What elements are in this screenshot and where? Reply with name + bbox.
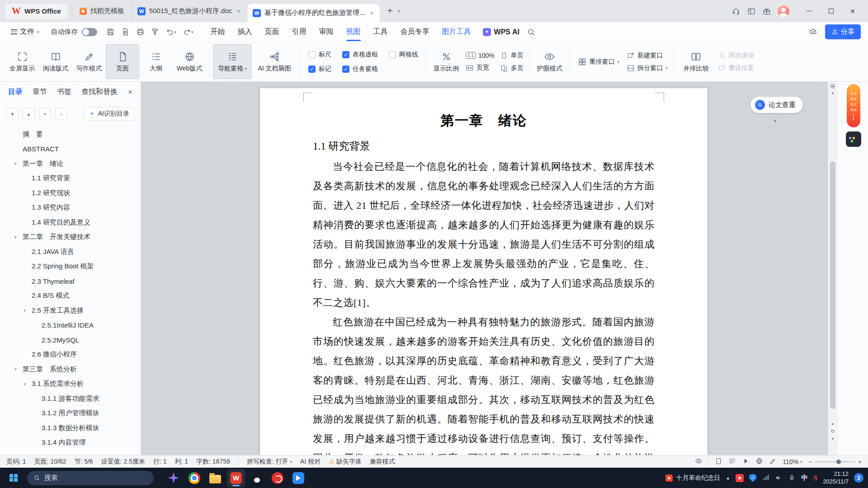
multi-page-button[interactable]: 多页 — [500, 64, 524, 72]
zoom-slider-knob[interactable] — [836, 460, 841, 464]
document-area[interactable]: 第一章 绪论 1.1 研究背景 当今社会已经是一个信息化的社会，随着计算机网络技… — [141, 82, 837, 455]
ribbon-checkbox-1[interactable]: ✓表格虚框 — [342, 51, 378, 59]
calendar-holiday-widget[interactable]: 十月革命纪念日 — [665, 474, 720, 482]
toc-item[interactable]: 1.1 研究背景 — [0, 171, 141, 186]
toc-item[interactable]: 3.1.2 用户管理模块 — [0, 406, 141, 421]
outline-view-icon[interactable] — [728, 457, 736, 466]
toc-item[interactable]: 3.1.4 内容管理 — [0, 436, 141, 450]
zoom-out-toc-button[interactable]: − — [55, 108, 67, 120]
wps-app[interactable]: W — [227, 469, 245, 487]
ribbon-checkbox-0[interactable]: 标尺 — [308, 51, 331, 59]
page-view-button[interactable]: 页面 — [106, 44, 139, 79]
autosave-control[interactable]: 自动保存 — [51, 28, 97, 36]
toc-item[interactable]: ABSTRACT — [0, 142, 141, 157]
toc-item[interactable]: 2.1 JAVA 语言 — [0, 244, 141, 259]
split-window-button[interactable]: 拆分窗口 ▾ — [627, 64, 668, 72]
file-menu-button[interactable]: 文件 ▾ — [7, 27, 43, 37]
maximize-button[interactable] — [820, 2, 842, 20]
missing-font-warning[interactable]: ⚠ 缺失字体 — [329, 458, 362, 466]
next-page-icon[interactable]: ▾ — [828, 434, 837, 443]
document-tab-active[interactable]: W 基于微信小程序的红色旅游管理... × — [247, 4, 380, 22]
toc-item[interactable]: 1.4 研究目的及意义 — [0, 215, 141, 230]
search-icon[interactable] — [525, 26, 538, 38]
menu-item-4[interactable]: 审阅 — [313, 22, 340, 42]
ai-recognize-toc-button[interactable]: AI识别目录 — [84, 107, 134, 121]
sidebar-tab-3[interactable]: 查找和替换 — [81, 87, 118, 97]
tray-expand-icon[interactable]: ▲ — [726, 475, 730, 480]
zoom-100-button[interactable]: 1:1 100% — [466, 52, 495, 59]
assistant-icon[interactable] — [731, 7, 741, 16]
print-preview-icon[interactable] — [119, 26, 132, 38]
autosave-toggle[interactable] — [82, 28, 97, 36]
side-by-side-button[interactable]: 并排比较 — [677, 44, 715, 79]
zoom-in-icon[interactable]: + — [858, 458, 862, 465]
toc-item[interactable]: ▾第二章 开发关键技术 — [0, 230, 141, 245]
window-layout-icon[interactable] — [747, 7, 756, 16]
zoom-ratio-button[interactable]: 显示比例 — [429, 44, 463, 79]
play-presentation-icon[interactable] — [742, 457, 750, 466]
toc-expand-icon[interactable]: ▾ — [24, 308, 32, 313]
toc-item[interactable]: 3.1.3 数据分析模块 — [0, 421, 141, 436]
toc-item[interactable]: 2.3 Thymeleaf — [0, 274, 141, 289]
user-avatar[interactable] — [778, 5, 789, 17]
toc-item[interactable]: 2.2 Spring Boot 框架 — [0, 259, 141, 274]
toc-item[interactable]: ▾2.5 开发工具选择 — [0, 303, 141, 318]
expand-all-button[interactable]: ▴ — [23, 108, 35, 120]
single-page-button[interactable]: 单页 — [500, 52, 524, 60]
volume-icon[interactable] — [775, 474, 783, 482]
chrome-app[interactable] — [185, 469, 203, 487]
toc-item[interactable]: 1.2 研究现状 — [0, 186, 141, 201]
status-field-1[interactable]: 页面: 10/62 — [34, 458, 66, 466]
status-field-4[interactable]: 行: 1 — [153, 458, 167, 466]
gift-icon[interactable] — [762, 7, 771, 16]
undo-icon[interactable]: ▾ — [164, 26, 179, 38]
zoom-in-toc-button[interactable]: + — [39, 108, 51, 120]
rearrange-window-button[interactable]: 重排窗口 ▾ — [573, 44, 624, 79]
close-tab-icon[interactable]: × — [369, 9, 375, 17]
format-painter-icon[interactable] — [149, 26, 161, 38]
collapse-panel-icon[interactable]: ▾ — [774, 118, 777, 124]
new-window-button[interactable]: 新建窗口 — [627, 52, 668, 60]
ai-assistant-app[interactable] — [165, 469, 183, 487]
menu-item-3[interactable]: 引用 — [286, 22, 313, 42]
zoom-slider-track[interactable] — [815, 461, 855, 462]
eye-protection-button[interactable]: 护眼模式 — [533, 44, 566, 79]
wps-home-tab[interactable]: W WPS Office — [5, 4, 67, 19]
toc-item[interactable]: 2.5.1IntelliJ IDEA — [0, 318, 141, 333]
red-app[interactable] — [269, 469, 287, 487]
menu-item-6[interactable]: 工具 — [367, 22, 394, 42]
ribbon-checkbox-4[interactable]: ✓任务窗格 — [342, 65, 378, 73]
page-width-button[interactable]: 页宽 — [466, 64, 495, 72]
microphone-icon[interactable] — [788, 474, 796, 482]
new-tab-button[interactable]: + — [383, 5, 396, 18]
network-speed-widget[interactable]: 0.3 K/s 0.1 K/s — [847, 84, 860, 127]
outline-view-button[interactable]: 大纲 — [139, 44, 173, 79]
toc-item[interactable]: ▾3.1 系统需求分析 — [0, 377, 141, 392]
qq-app[interactable] — [248, 469, 266, 487]
printer-icon[interactable] — [134, 26, 146, 38]
compatibility-mode-badge[interactable]: 兼容模式 — [370, 458, 395, 466]
cloud-sync-icon[interactable] — [809, 27, 818, 38]
sidebar-tab-1[interactable]: 章节 — [33, 87, 47, 97]
scroll-up-icon[interactable]: ▴ — [828, 88, 837, 97]
zoom-out-icon[interactable]: − — [808, 458, 812, 465]
read-layout-button[interactable]: 阅读版式 — [39, 44, 72, 79]
close-button[interactable]: ✕ — [842, 2, 863, 20]
toc-expand-icon[interactable]: ▾ — [24, 382, 32, 386]
toc-item[interactable]: 1.3 研究内容 — [0, 201, 141, 216]
toc-expand-icon[interactable]: ▾ — [14, 235, 23, 239]
ribbon-checkbox-2[interactable]: 网格线 — [389, 51, 418, 59]
tab-list-dropdown-icon[interactable]: ▾ — [396, 7, 402, 15]
toc-item[interactable]: 摘 要 — [0, 127, 141, 142]
document-page[interactable]: 第一章 绪论 1.1 研究背景 当今社会已经是一个信息化的社会，随着计算机网络技… — [260, 88, 708, 455]
ai-proofread-button[interactable]: AI 校对 — [300, 458, 321, 466]
toc-expand-icon[interactable]: ▾ — [14, 161, 23, 166]
docer-template-tab[interactable]: 找稻壳模板 — [72, 2, 132, 20]
document-tab-inactive[interactable]: W 50015_红色旅游小程序.doc × — [132, 2, 247, 20]
input-method-indicator[interactable]: 中 — [801, 474, 808, 482]
status-field-3[interactable]: 设置值: 2.5厘米 — [101, 458, 145, 466]
minimize-button[interactable] — [798, 2, 820, 20]
sogou-input-icon[interactable]: S — [813, 474, 817, 482]
tv-app-tray-icon[interactable] — [736, 474, 744, 482]
web-layout-button[interactable]: Web版式 — [173, 44, 206, 79]
